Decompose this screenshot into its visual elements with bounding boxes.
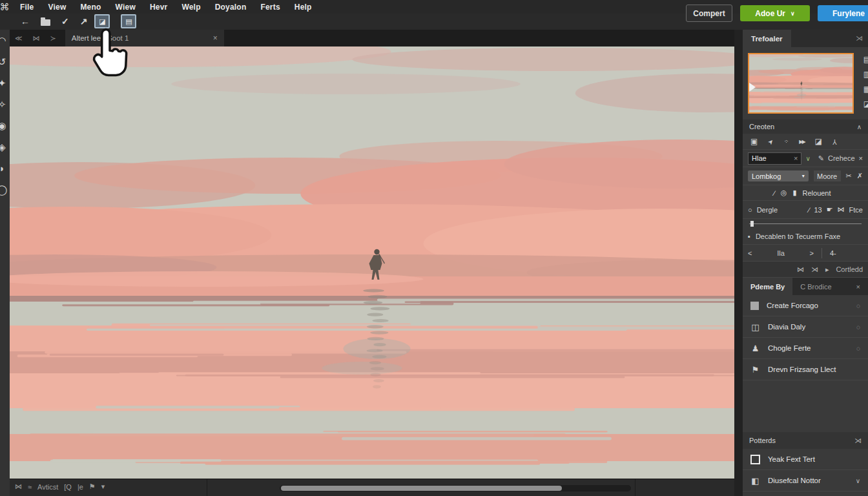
wrench-icon[interactable]: ✎ [818, 154, 824, 163]
list-item-diavia-daly[interactable]: ◫ Diavia Daly ◌ [743, 316, 868, 338]
scissors-icon[interactable]: ✂ [846, 172, 852, 180]
menu-view[interactable]: View [41, 3, 73, 12]
back-icon[interactable]: ← [21, 17, 30, 26]
menu-file[interactable]: File [13, 3, 41, 12]
opacity-slider[interactable] [743, 219, 868, 228]
list-item-dhe-tim[interactable]: ◨ Dhe Tim [743, 491, 868, 496]
dots-icon[interactable]: ⁘ [784, 138, 789, 145]
shape-tool-icon[interactable]: ◗ [0, 158, 9, 179]
link1-icon[interactable]: ⋈ [797, 265, 804, 274]
redo-icon[interactable]: ↗ [80, 17, 88, 26]
doc2-icon[interactable]: ▥ [863, 70, 868, 79]
crehece-label: Crehece [828, 154, 855, 162]
tab-close-icon[interactable]: × [213, 34, 218, 43]
slider-track[interactable] [749, 223, 862, 224]
menu-doyalon[interactable]: Doyalon [208, 3, 254, 12]
menu-welp[interactable]: Welp [174, 3, 207, 12]
step-left-icon[interactable]: < [748, 249, 752, 257]
tab-pdeme-by[interactable]: Pdeme By [743, 278, 792, 295]
tab-close2-icon[interactable]: × [856, 283, 860, 291]
bowtie-icon[interactable]: ⋈ [838, 205, 845, 214]
refresh-icon[interactable]: ◌ [856, 302, 860, 309]
flag-small-icon[interactable]: ⚑ [89, 482, 96, 491]
adoe-ur-button[interactable]: Adoe Ur ∨ [740, 5, 810, 21]
circle-tool-icon[interactable]: ◯ [0, 179, 9, 200]
image-tool-button[interactable]: ◪ [94, 14, 110, 28]
file-icon[interactable]: ▮ [792, 189, 796, 197]
info-icon[interactable]: ◎ [781, 189, 787, 197]
star-tool-icon[interactable]: ✦ [0, 72, 9, 94]
expand-chevron-icon[interactable]: ∨ [856, 477, 860, 484]
lombkog-dropdown[interactable]: Lombkog ▾ [748, 170, 809, 181]
refresh-icon[interactable]: ◌ [856, 345, 860, 352]
creoten-section-header[interactable]: Creoten ∧ [743, 119, 868, 134]
compert-button[interactable]: Compert [686, 5, 732, 22]
page-edge-icon[interactable]: |e [78, 483, 83, 491]
ila-stepper[interactable]: < Ila > [748, 249, 814, 257]
horizontal-scrollbar-thumb[interactable] [281, 486, 562, 491]
crehece-close-icon[interactable]: × [859, 154, 863, 162]
caret-down-icon[interactable]: ▾ [101, 482, 105, 491]
doc3-icon[interactable]: ▦ [863, 85, 868, 94]
menu-wiew[interactable]: Wiew [108, 3, 143, 12]
doc4-icon[interactable]: ◪ [863, 99, 868, 108]
filter-input[interactable]: Hlae × [748, 152, 801, 165]
layers-icon[interactable]: ◪ [815, 137, 822, 146]
layer-thumbnail[interactable] [748, 53, 854, 114]
list-item-diusefcal[interactable]: ◧ Diusefcal Nottor ∨ [743, 470, 868, 491]
wave-icon[interactable]: ≈ [28, 483, 32, 491]
horizontal-scrollbar[interactable] [280, 485, 631, 491]
circle-icon[interactable]: ○ [748, 206, 752, 214]
decablen-row[interactable]: ▪ Decablen to Tecuerm Faxe [743, 228, 868, 245]
furylene-button[interactable]: Furylene [818, 5, 868, 21]
star2-tool-icon[interactable]: ✧ [0, 94, 9, 115]
list-item-drevn-frizsang[interactable]: ⚑ Drevn Frizsang Llect [743, 359, 868, 380]
new-folder-icon[interactable]: ▣ [750, 137, 758, 146]
cross-icon[interactable]: ✗ [857, 172, 863, 180]
tab-prev-icon[interactable]: ≪ [10, 34, 28, 43]
gem-tool-icon[interactable]: ◈ [0, 136, 9, 158]
curve-tool-icon[interactable]: ◠ [0, 30, 9, 51]
clear-filter-icon[interactable]: × [794, 154, 798, 162]
moore-chip[interactable]: Moore [814, 170, 841, 181]
potterds-section-header[interactable]: Potterds ⋊ [743, 432, 868, 449]
swirl-tool-icon[interactable]: ↺ [0, 51, 9, 72]
play-icon[interactable]: ▸ [825, 265, 829, 274]
slider-handle[interactable] [750, 221, 754, 227]
list-item-create-forcago[interactable]: Create Forcago ◌ [743, 295, 868, 316]
canvas-viewport[interactable] [10, 46, 734, 479]
pencil2-icon[interactable]: ∕ [809, 206, 810, 214]
tab-next-icon[interactable]: ≻ [45, 34, 61, 43]
potterds-swap-icon[interactable]: ⋊ [854, 437, 862, 445]
tab-trefoaler[interactable]: Trefoaler [743, 30, 791, 47]
menu-ferts[interactable]: Ferts [253, 3, 287, 12]
fit-icon[interactable]: ⋈ [15, 482, 22, 491]
eye-tool-icon[interactable]: ◉ [0, 115, 9, 136]
panel-swap-icon[interactable]: ⋊ [856, 34, 863, 43]
link2-icon[interactable]: ⋊ [811, 265, 818, 274]
ftce-label: Ftce [849, 206, 863, 214]
confirm-check-icon[interactable]: ∨ [805, 155, 810, 162]
folder-icon[interactable] [41, 19, 50, 26]
step-right-icon[interactable]: > [810, 249, 814, 257]
pencil-icon[interactable]: ∕ [774, 189, 775, 197]
doc1-icon[interactable]: ▤ [863, 55, 868, 64]
hand-icon[interactable]: ☛ [827, 205, 833, 214]
menu-help[interactable]: Help [287, 3, 319, 12]
menu-hevr[interactable]: Hevr [143, 3, 174, 12]
menu-meno[interactable]: Meno [73, 3, 108, 12]
thumbnail-side-icons: ▤ ▥ ▦ ◪ [863, 55, 868, 108]
tab-c-brodice[interactable]: C Brodice × [792, 283, 868, 291]
zoom-box-icon[interactable]: [Q [64, 483, 72, 491]
list-item-chogle-ferte[interactable]: ♟ Chogle Ferte ◌ [743, 338, 868, 359]
check-icon[interactable]: ✓ [61, 17, 69, 26]
tab-mark-icon[interactable]: ⋈ [28, 34, 45, 43]
fast-forward-icon[interactable]: ▶▶ [799, 139, 804, 145]
cursor-tool-icon[interactable]: ➤ [767, 137, 776, 145]
page-tool-button[interactable]: ▤ [121, 14, 136, 28]
refresh-icon[interactable]: ◌ [856, 324, 860, 331]
document-tab[interactable]: Altert lee Soot 1 × [65, 30, 224, 46]
collapse-up-icon[interactable]: ∧ [857, 123, 862, 130]
branch-icon[interactable]: Y [832, 138, 837, 145]
list-item-yeak-fext[interactable]: Yeak Fext Tert [743, 449, 868, 470]
